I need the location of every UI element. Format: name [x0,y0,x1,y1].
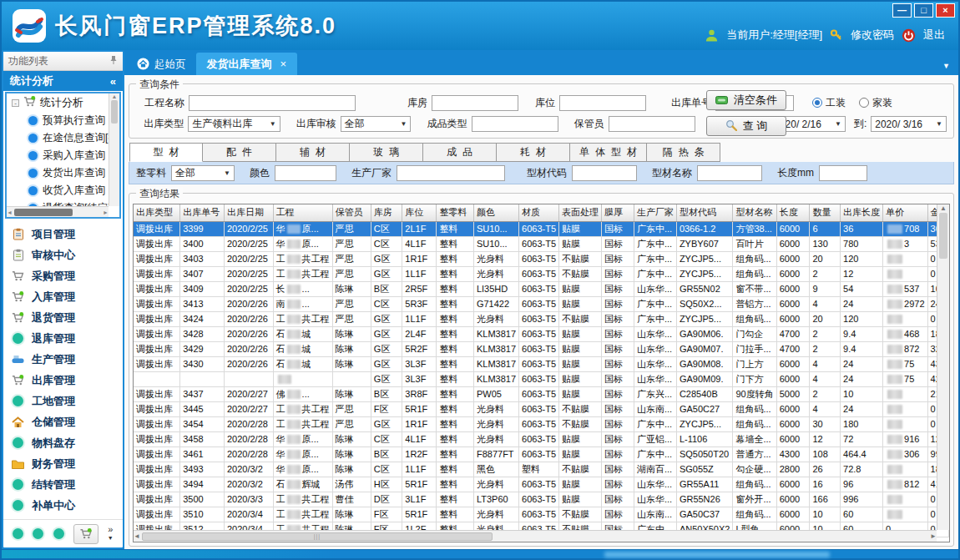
project-name-input[interactable] [189,95,356,111]
sidebar-item-工地管理[interactable]: 工地管理 [12,391,123,411]
sidebar-item-审核中心[interactable]: 审核中心 [12,245,123,265]
tree-horizontal-scrollbar[interactable]: ◄► [7,206,109,217]
column-header-数量[interactable]: 数量 [810,204,841,221]
tree-item[interactable]: 采购入库查询 [7,147,109,164]
table-row[interactable]: 调拨出库34302020/2/26石城陈琳G区3L3F整料KLM38176063… [134,356,949,371]
grid-horizontal-scrollbar[interactable]: ◄|||► [134,530,937,542]
column-header-整零料[interactable]: 整零料 [437,204,473,221]
table-row[interactable]: 调拨出库34132020/2/26南...严思C区5R3F整料G71422606… [134,296,949,311]
cart-module-button[interactable] [73,524,99,544]
sidebar-item-结转管理[interactable]: 结转管理 [12,474,123,495]
tab-list-caret-icon[interactable]: ▼ [942,62,950,75]
tree-item[interactable]: 发货出库查询 [7,164,109,182]
length-input[interactable] [819,165,867,181]
module-dot-button[interactable] [13,528,23,539]
sidebar-item-仓储管理[interactable]: 仓储管理 [12,411,123,432]
table-row[interactable]: 调拨出库34612020/2/28华原...陈琳B区1R2F整料F8877FT6… [134,446,949,462]
column-header-保管员[interactable]: 保管员 [332,204,371,221]
material-tab-耗材[interactable]: 耗材 [497,143,570,162]
change-password-link[interactable]: 修改密码 [851,28,894,43]
tab-close-icon[interactable]: × [280,58,287,70]
column-header-型材代码[interactable]: 型材代码 [676,204,733,221]
sidebar-item-财务管理[interactable]: 财务管理 [12,453,123,474]
column-header-工程[interactable]: 工程 [273,204,332,221]
sidebar-item-补单中心[interactable]: 补单中心 [12,495,123,516]
tree-vertical-scrollbar[interactable]: ▲ [109,93,119,206]
table-row[interactable]: 调拨出库34032020/2/25工共工程严思G区1R1F整料光身料6063-T… [134,251,949,266]
column-header-出库日期[interactable]: 出库日期 [224,204,273,221]
search-button[interactable]: 查 询 [706,116,786,136]
tree-item[interactable]: 在途信息查询[待 [7,129,109,147]
tree-item[interactable]: 预算执行查询 [7,112,109,129]
audit-select[interactable]: 全部▼ [341,116,412,132]
table-row[interactable]: 调拨出库34072020/2/25工共工程严思G区1L1F整料光身料6063-T… [134,266,949,281]
table-row[interactable]: 调拨出库34282020/2/26石城陈琳G区2L4F整料KLM38176063… [134,326,949,341]
tab-shipment-outbound-query[interactable]: 发货出库查询 × [196,53,298,75]
sidebar-item-项目管理[interactable]: 项目管理 [12,224,123,245]
column-header-膜厚[interactable]: 膜厚 [602,204,634,221]
material-tab-玻璃[interactable]: 玻璃 [350,143,423,162]
column-header-单价[interactable]: 单价 [883,204,927,221]
sidebar-item-生产管理[interactable]: 生产管理 [12,349,123,370]
module-dot-button[interactable] [33,528,43,539]
name-input[interactable] [697,165,762,181]
module-dot-button[interactable] [53,528,64,539]
sidebar-item-退货管理[interactable]: 退货管理 [12,307,123,328]
logout-button[interactable]: 退出 [923,28,945,43]
table-row[interactable]: 调拨出库34372020/2/27佛...陈琳B区3R8F整料PW056063-… [134,386,949,401]
close-button[interactable]: × [936,3,955,18]
column-header-出库长度[interactable]: 出库长度 [841,204,883,221]
table-row[interactable]: 调拨出库34932020/3/2华原...陈琳C区1L1F整料黑色塑料不贴膜国标… [134,462,949,477]
sidebar-item-采购管理[interactable]: 采购管理 [12,265,123,286]
whole-select[interactable]: 全部▼ [171,165,235,181]
column-header-颜色[interactable]: 颜色 [473,204,518,221]
keeper-input[interactable] [609,116,695,132]
sidebar-item-出库管理[interactable]: 出库管理 [12,370,123,391]
minimize-button[interactable]: — [892,3,912,18]
table-row[interactable]: 调拨出库35102020/3/4工共工程陈琳F区5R1F整料光身料6063-T5… [134,507,949,522]
table-row[interactable]: 调拨出库34292020/2/26石城陈琳G区5R2F整料KLM38176063… [134,341,949,356]
column-header-表面处理[interactable]: 表面处理 [559,204,602,221]
table-row[interactable]: 调拨出库34542020/2/28工共工程严思G区1R1F整料光身料6063-T… [134,416,949,431]
radio-gongzhuang[interactable]: 工装 [812,96,846,110]
table-row[interactable]: 调拨出库34002020/2/25华原...严思C区4L1F整料SU10...6… [134,236,949,251]
tree-root[interactable]: - 统计分析 [7,93,109,112]
column-header-生产厂家[interactable]: 生产厂家 [634,204,676,221]
table-row[interactable]: 调拨出库34242020/2/26工共工程严思G区1L1F整料光身料6063-T… [134,311,949,326]
table-row[interactable]: 调拨出库33992020/2/25华原...严思C区2L1F整料SU10...6… [134,221,949,236]
tree-expander-icon[interactable]: - [12,99,19,107]
collapse-icon[interactable]: « [110,75,116,88]
maximize-button[interactable]: □ [914,3,933,18]
column-header-出库单号[interactable]: 出库单号 [180,204,225,221]
warehouse-input[interactable] [432,95,518,111]
material-tab-成品[interactable]: 成品 [423,143,497,162]
clear-conditions-button[interactable]: 清空条件 [706,90,786,110]
product-type-input[interactable] [472,116,558,132]
table-row[interactable]: 调拨出库34942020/3/2石辉城汤伟H区5R1F整料光身料6063-T5贴… [134,477,949,492]
table-row[interactable]: 调拨出库35002020/3/3工共工程曹佳D区3L1F整料LT3P606063… [134,492,949,507]
table-row[interactable]: 调拨出库34452020/2/27工共工程严思F区5R1F整料光身料6063-T… [134,401,949,416]
code-input[interactable] [572,165,637,181]
material-tab-辅材[interactable]: 辅材 [276,143,350,162]
date-to-picker[interactable]: 2020/ 3/16▼ [871,116,947,132]
column-header-型材名称[interactable]: 型材名称 [733,204,776,221]
color-input[interactable] [275,165,336,181]
column-header-出库类型[interactable]: 出库类型 [134,204,180,221]
tab-home[interactable]: 起始页 [127,54,196,75]
column-header-库房[interactable]: 库房 [371,204,402,221]
pin-icon[interactable] [109,55,118,68]
material-tab-配件[interactable]: 配件 [203,143,276,162]
grid-vertical-scrollbar[interactable]: ▲ [937,204,949,530]
outbound-type-select[interactable]: 生产领料出库▼ [188,116,280,132]
more-modules-button[interactable]: »▼ [108,526,114,542]
table-row[interactable]: 调拨出库34092020/2/25长...陈琳B区2R5F整料LI35HD606… [134,281,949,296]
material-tab-单体型材[interactable]: 单体型材 [570,143,647,162]
maker-input[interactable] [397,165,505,181]
table-row[interactable]: 调拨出库34582020/2/28华原...陈琳C区4L1F整料光身料6063-… [134,431,949,446]
column-header-库位[interactable]: 库位 [402,204,437,221]
column-header-材质[interactable]: 材质 [519,204,559,221]
sidebar-item-入库管理[interactable]: 入库管理 [12,286,123,307]
sidebar-item-物料盘存[interactable]: 物料盘存 [12,432,123,453]
column-header-长度[interactable]: 长度 [776,204,810,221]
tree-item[interactable]: 收货入库查询 [7,182,109,199]
